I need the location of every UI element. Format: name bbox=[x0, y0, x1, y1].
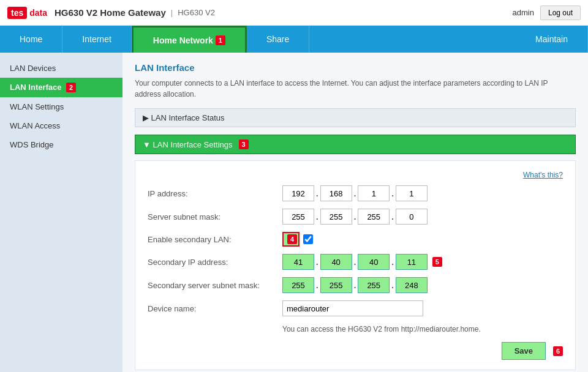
mask-octet-2[interactable] bbox=[320, 209, 352, 225]
sec-mask-octet-4[interactable] bbox=[396, 277, 428, 293]
ip-address-inputs: . . . bbox=[282, 185, 428, 201]
sidebar-item-lan-interface[interactable]: LAN Interface 2 bbox=[0, 78, 123, 97]
lan-interface-status-toggle[interactable]: ▶ LAN Interface Status bbox=[135, 108, 576, 127]
nav-item-home-network[interactable]: Home Network 1 bbox=[132, 26, 247, 53]
sec-mask-octet-2[interactable] bbox=[320, 277, 352, 293]
admin-label: admin bbox=[513, 8, 534, 17]
lan-interface-settings-toggle[interactable]: ▼ LAN Interface Settings 3 bbox=[135, 135, 576, 154]
header-right: admin Log out bbox=[513, 6, 581, 20]
secondary-ip-badge-5: 5 bbox=[432, 257, 442, 267]
ip-octet-4[interactable] bbox=[396, 185, 428, 201]
sec-ip-octet-4[interactable] bbox=[396, 254, 428, 270]
ip-address-row: IP address: . . . bbox=[148, 185, 563, 201]
hint-text: You can access the HG630 V2 from http://… bbox=[282, 324, 563, 335]
secondary-badge-4: 4 bbox=[282, 232, 300, 247]
mask-octet-1[interactable] bbox=[282, 209, 314, 225]
status-section-label: ▶ LAN Interface Status bbox=[143, 113, 225, 122]
content-area: LAN Interface Your computer connects to … bbox=[123, 53, 588, 372]
nav-item-home[interactable]: Home bbox=[0, 26, 62, 53]
secondary-mask-label: Secondary server subnet mask: bbox=[148, 281, 282, 290]
settings-section-label: ▼ LAN Interface Settings bbox=[143, 140, 233, 149]
ip-octet-2[interactable] bbox=[320, 185, 352, 201]
sec-ip-octet-3[interactable] bbox=[358, 254, 390, 270]
sidebar-item-wds-bridge[interactable]: WDS Bridge bbox=[0, 135, 123, 154]
sidebar-item-wlan-settings[interactable]: WLAN Settings bbox=[0, 97, 123, 116]
mask-octet-4[interactable] bbox=[396, 209, 428, 225]
sec-mask-octet-3[interactable] bbox=[358, 277, 390, 293]
sidebar-item-lan-devices[interactable]: LAN Devices bbox=[0, 59, 123, 78]
nav-item-share[interactable]: Share bbox=[247, 26, 309, 53]
whats-this-link[interactable]: What's this? bbox=[148, 171, 563, 179]
header-divider: | bbox=[171, 8, 173, 17]
sidebar-badge-2: 2 bbox=[66, 83, 76, 92]
header-title: HG630 V2 Home Gateway bbox=[55, 7, 166, 18]
device-name-input[interactable] bbox=[282, 300, 423, 316]
nav-item-maintain[interactable]: Maintain bbox=[516, 26, 588, 53]
enable-secondary-checkbox[interactable] bbox=[303, 234, 313, 244]
sec-ip-octet-2[interactable] bbox=[320, 254, 352, 270]
device-name-inputs bbox=[282, 300, 423, 316]
subnet-mask-inputs: . . . bbox=[282, 209, 428, 225]
secondary-mask-row: Secondary server subnet mask: . . . bbox=[148, 277, 563, 293]
header: tes data HG630 V2 Home Gateway | HG630 V… bbox=[0, 0, 588, 26]
mask-octet-3[interactable] bbox=[358, 209, 390, 225]
save-badge-6: 6 bbox=[553, 346, 563, 356]
enable-secondary-label: Enable secondary LAN: bbox=[148, 235, 282, 244]
ip-address-label: IP address: bbox=[148, 189, 282, 198]
secondary-ip-row: Secondary IP address: . . . 5 bbox=[148, 254, 563, 270]
sidebar: LAN Devices LAN Interface 2 WLAN Setting… bbox=[0, 53, 123, 372]
main-layout: LAN Devices LAN Interface 2 WLAN Setting… bbox=[0, 53, 588, 372]
sidebar-item-wlan-access[interactable]: WLAN Access bbox=[0, 116, 123, 135]
sec-ip-octet-1[interactable] bbox=[282, 254, 314, 270]
sec-mask-octet-1[interactable] bbox=[282, 277, 314, 293]
enable-secondary-row: Enable secondary LAN: 4 bbox=[148, 232, 563, 247]
secondary-ip-label: Secondary IP address: bbox=[148, 258, 282, 267]
subnet-mask-label: Server subnet mask: bbox=[148, 212, 282, 221]
page-title: LAN Interface bbox=[135, 62, 576, 73]
ip-octet-3[interactable] bbox=[358, 185, 390, 201]
logo-data: data bbox=[29, 8, 47, 18]
nav-item-internet[interactable]: Internet bbox=[62, 26, 131, 53]
settings-badge-3: 3 bbox=[239, 140, 249, 149]
save-button[interactable]: Save bbox=[502, 342, 546, 360]
nav-bar: Home Internet Home Network 1 Share Maint… bbox=[0, 26, 588, 53]
logo: tes data bbox=[7, 7, 47, 19]
header-model: HG630 V2 bbox=[178, 8, 215, 17]
secondary-ip-inputs: . . . 5 bbox=[282, 254, 442, 270]
save-row: Save 6 bbox=[148, 342, 563, 360]
logout-button[interactable]: Log out bbox=[540, 6, 581, 20]
nav-badge-1: 1 bbox=[216, 35, 225, 45]
device-name-row: Device name: bbox=[148, 300, 563, 316]
device-name-label: Device name: bbox=[148, 304, 282, 313]
enable-secondary-inputs: 4 bbox=[282, 232, 313, 247]
ip-octet-1[interactable] bbox=[282, 185, 314, 201]
subnet-mask-row: Server subnet mask: . . . bbox=[148, 209, 563, 225]
page-description: Your computer connects to a LAN interfac… bbox=[135, 78, 576, 100]
settings-form: What's this? IP address: . . . Server su… bbox=[135, 160, 576, 370]
secondary-mask-inputs: . . . bbox=[282, 277, 428, 293]
logo-icon: tes bbox=[7, 7, 27, 19]
